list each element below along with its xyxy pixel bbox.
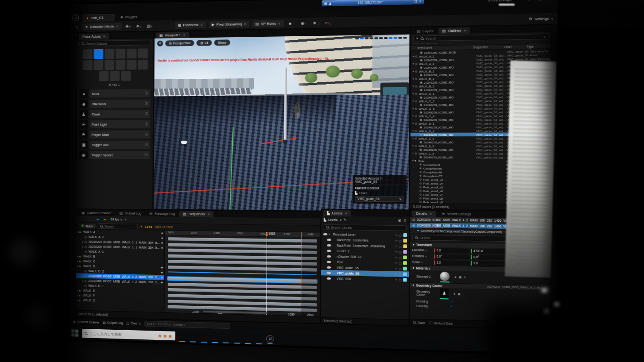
eye-icon[interactable] [327, 250, 331, 252]
outliner-tab[interactable]: ▤ Outliner ✕ [438, 27, 470, 34]
place-actor-item[interactable]: ☀ Point Light ⓘ [79, 119, 150, 129]
level-color-chip[interactable] [403, 261, 407, 265]
toolbar-icon-button[interactable]: ▤∨ [145, 23, 154, 29]
range-b[interactable]: 2500 [307, 313, 314, 316]
taskbar-app-icon[interactable] [200, 333, 208, 341]
remote-minimize-icon[interactable]: – [411, 0, 412, 3]
expand-arrow-icon[interactable]: ▾ [411, 100, 415, 102]
viewport-tool-button[interactable] [355, 38, 359, 39]
save-icon[interactable]: ▢ [399, 245, 402, 248]
curve-editor-icon[interactable]: ≈ [124, 217, 126, 221]
show-dropdown[interactable]: Show [214, 39, 230, 46]
filter-chip[interactable] [432, 43, 437, 44]
expand-arrow-icon[interactable]: ▾ [411, 122, 415, 125]
levels-dropdown[interactable]: Levels [328, 218, 338, 222]
levels-tab[interactable]: ▙ Levels ✕ [323, 210, 351, 216]
eye-icon[interactable] [327, 261, 331, 263]
x-value-field[interactable]: 1.0 [434, 260, 469, 266]
column-type[interactable]: Type [527, 45, 549, 48]
eye-icon[interactable] [327, 266, 331, 268]
level-color-chip[interactable] [403, 278, 407, 282]
taskbar-app-icon[interactable] [222, 333, 230, 341]
expand-arrow-icon[interactable]: ▾ [411, 85, 415, 87]
timeline-clip[interactable] [167, 300, 317, 306]
expand-arrow-icon[interactable]: ▸ [81, 245, 85, 248]
pixel-streaming-dropdown[interactable]: ▶ Pixel Streaming ∨ [209, 21, 249, 28]
timeline-clip[interactable] [167, 305, 317, 312]
close-icon[interactable]: ✕ [430, 212, 432, 216]
close-icon[interactable]: ✕ [207, 212, 210, 216]
cmd-dropdown[interactable]: ▢ Cmd ∨ [126, 321, 141, 326]
maximize-button[interactable]: □ [539, 0, 541, 1]
chain-icon[interactable]: ∞ [396, 262, 398, 264]
place-actor-item[interactable]: ♟ Pawn ⓘ [79, 109, 150, 119]
toolbar-icon-button[interactable]: m⋮ [324, 19, 334, 26]
timeline-clip[interactable] [168, 277, 317, 283]
save-icon[interactable]: ▢ [399, 267, 402, 270]
actor-category-icon[interactable] [99, 71, 109, 81]
timeline-clip[interactable] [168, 260, 317, 266]
sequencer-timeline[interactable]: 0000024004800720096012001440 1063 -2000 … [165, 231, 321, 316]
add-section-icon[interactable]: ✚ [161, 271, 163, 274]
chain-icon[interactable]: ∞ [396, 245, 398, 247]
toolbar-icon-button[interactable]: ☻⋮ [287, 20, 297, 27]
sequencer-tool-button[interactable] [104, 219, 106, 220]
trace-button[interactable]: Trace [413, 321, 425, 324]
level-color-chip[interactable] [403, 250, 407, 254]
more-options-icon[interactable]: ∨ [464, 275, 466, 279]
save-icon[interactable]: ▢ [399, 261, 402, 264]
timeline-clip[interactable] [168, 243, 317, 248]
taskbar-app-icon[interactable] [211, 333, 219, 341]
platforms-dropdown[interactable]: ▦ Platforms ∨ [175, 21, 206, 29]
viewport-tool-button[interactable] [369, 37, 373, 39]
taskbar-search[interactable]: ☻☻☻ [82, 329, 175, 340]
search-classes-input[interactable] [86, 41, 149, 45]
viewport-scene[interactable]: ≡ ⊞ Perspective ◍ Lit Show Nanite is ena… [154, 35, 409, 212]
current-level-dropdown[interactable]: VMC_guide_S6 ∨ [355, 196, 404, 202]
toolbar-icon-button[interactable]: ◉⋮ [299, 20, 309, 27]
actor-category-icon[interactable] [127, 60, 136, 69]
geometry-cache-thumbnail[interactable]: ♟ [440, 288, 449, 298]
gear-icon[interactable]: ⚙ [403, 219, 407, 222]
level-color-chip[interactable] [403, 272, 407, 276]
save-icon[interactable]: ▢ [399, 256, 402, 259]
actor-category-icon[interactable] [138, 48, 147, 58]
x-value-field[interactable]: 0.0° [434, 254, 469, 259]
sequencer-search[interactable] [98, 223, 138, 229]
add-track-button[interactable]: ✚ Track [79, 223, 96, 228]
close-icon[interactable]: ✕ [463, 29, 466, 33]
expand-arrow-icon[interactable]: ▸ [81, 274, 85, 277]
folder-icon[interactable]: ▣ [398, 219, 401, 222]
chain-icon[interactable]: ∞ [396, 239, 398, 242]
add-section-icon[interactable]: ✚ [161, 241, 163, 244]
taskbar-app-icon[interactable] [189, 332, 197, 340]
expand-arrow-icon[interactable]: ▾ [411, 70, 415, 73]
place-actor-item[interactable]: ☻ Character ⓘ [79, 99, 150, 108]
viewport-tool-button[interactable] [384, 37, 388, 39]
chevron-down-icon[interactable]: ∨ [543, 35, 546, 39]
add-section-icon[interactable]: ✚ [161, 246, 163, 249]
save-icon[interactable]: ▢ [399, 250, 402, 253]
expand-arrow-icon[interactable]: ▾ [411, 129, 415, 132]
actor-category-icon[interactable] [105, 49, 114, 58]
place-actor-item[interactable]: ◉ Trigger Sphere ⓘ [79, 150, 150, 159]
actor-category-icon[interactable] [116, 49, 125, 58]
add-section-icon[interactable]: ✚ [161, 231, 163, 235]
material-thumbnail[interactable] [440, 271, 450, 281]
viewport-tool-button[interactable] [365, 37, 369, 39]
eye-icon[interactable] [327, 277, 331, 279]
current-frame[interactable]: 1063 [145, 225, 152, 229]
levels-search-input[interactable] [331, 226, 404, 230]
message-log-tab[interactable]: ▤ Message Log [146, 211, 178, 217]
expand-arrow-icon[interactable]: ▾ [411, 77, 415, 80]
viewport-tool-button[interactable] [403, 37, 407, 39]
filter-chip[interactable] [413, 43, 418, 44]
taskbar-app-icon[interactable] [178, 332, 186, 340]
level-color-chip[interactable] [403, 239, 407, 243]
browse-icon[interactable]: ▣ [459, 275, 462, 279]
expand-arrow-icon[interactable]: ▾ [411, 137, 415, 139]
eye-icon[interactable] [327, 244, 331, 246]
actor-category-icon[interactable] [127, 49, 136, 59]
timeline-clip[interactable] [168, 271, 317, 275]
sequencer-search-input[interactable] [105, 225, 136, 228]
